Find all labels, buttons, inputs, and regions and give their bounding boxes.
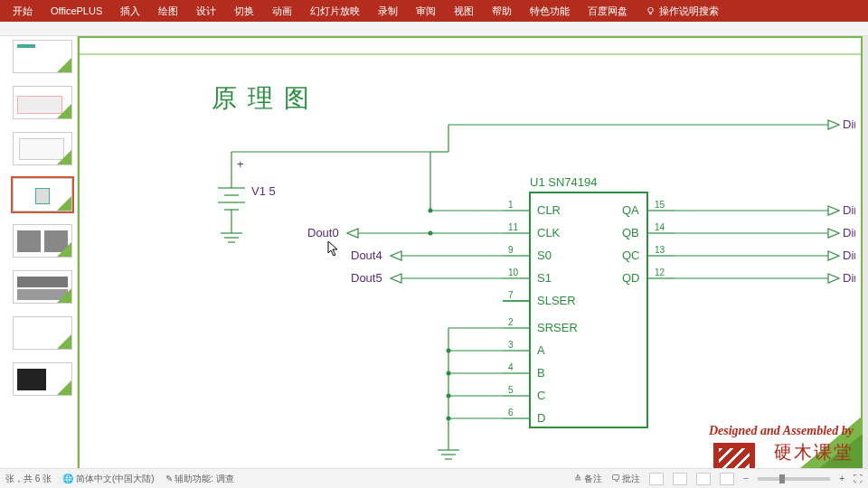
svg-point-90 [447, 417, 451, 421]
svg-text:Din6: Din6 [843, 249, 855, 262]
svg-text:Din4: Din4 [843, 203, 855, 217]
svg-text:CLR: CLR [537, 203, 561, 217]
svg-text:SLSER: SLSER [537, 294, 576, 307]
comments-button[interactable]: 🗨 批注 [611, 473, 641, 485]
svg-text:+: + [237, 157, 244, 171]
tab-design[interactable]: 设计 [187, 0, 225, 22]
svg-text:10: 10 [508, 267, 519, 277]
svg-text:Din7: Din7 [843, 271, 855, 285]
tab-start[interactable]: 开始 [4, 0, 42, 22]
svg-text:QD: QD [622, 271, 640, 285]
tab-features[interactable]: 特色功能 [521, 0, 579, 22]
thumbnail-7[interactable] [13, 316, 72, 350]
tab-help[interactable]: 帮助 [483, 0, 521, 22]
ribbon-tabs: 开始 OfficePLUS 插入 绘图 设计 切换 动画 幻灯片放映 录制 审阅… [0, 0, 868, 22]
svg-text:Din0: Din0 [843, 117, 855, 131]
thumbnail-2[interactable] [13, 86, 72, 119]
svg-text:14: 14 [655, 222, 665, 232]
voltage-source-symbol: + V1 5 [218, 157, 276, 242]
tab-view[interactable]: 视图 [445, 0, 483, 22]
svg-text:5: 5 [508, 385, 514, 395]
svg-text:C: C [537, 389, 545, 402]
zoom-out-button[interactable]: − [743, 474, 749, 483]
svg-marker-95 [828, 206, 839, 215]
thumbnail-8[interactable] [13, 362, 72, 396]
thumbnail-4[interactable] [13, 178, 72, 211]
svg-text:CLK: CLK [537, 226, 561, 239]
svg-text:SRSER: SRSER [537, 321, 578, 334]
tell-me-search[interactable]: 操作说明搜索 [646, 5, 719, 18]
brand-tagline: Designed and Assembled by [709, 424, 854, 438]
circuit-schematic: U1 SN74194 1CLR11CLK9S010S17SLSER2SRSER3… [168, 98, 855, 468]
tell-me-label: 操作说明搜索 [659, 5, 719, 18]
sorter-view-button[interactable] [673, 473, 687, 485]
tab-animation[interactable]: 动画 [263, 0, 301, 22]
svg-marker-74 [391, 251, 401, 260]
svg-text:U1 SN74194: U1 SN74194 [530, 175, 597, 189]
slide-thumbnails[interactable] [0, 36, 78, 468]
svg-marker-70 [347, 229, 358, 238]
svg-text:V1 5: V1 5 [251, 184, 276, 198]
svg-point-73 [429, 231, 433, 236]
tab-review[interactable]: 审阅 [407, 0, 445, 22]
tab-officeplus[interactable]: OfficePLUS [42, 0, 111, 22]
svg-marker-104 [828, 274, 839, 283]
normal-view-button[interactable] [649, 473, 664, 485]
svg-text:12: 12 [655, 267, 665, 277]
svg-marker-77 [391, 274, 401, 283]
svg-marker-98 [828, 229, 839, 238]
accessibility-label[interactable]: ✎ 辅助功能: 调查 [165, 473, 234, 485]
svg-text:7: 7 [508, 290, 514, 300]
thumbnail-1[interactable] [13, 40, 72, 73]
slideshow-view-button[interactable] [720, 473, 734, 485]
brand-name: 硬木课堂 [759, 440, 854, 465]
svg-text:15: 15 [655, 200, 665, 210]
svg-text:1: 1 [508, 200, 514, 210]
tab-baidu[interactable]: 百度网盘 [579, 0, 637, 22]
language-label[interactable]: 🌐 简体中文(中国大陆) [62, 473, 154, 485]
tab-slideshow[interactable]: 幻灯片放映 [301, 0, 369, 22]
tab-draw[interactable]: 绘图 [149, 0, 187, 22]
notes-button[interactable]: ≙ 备注 [574, 473, 602, 485]
slide-content[interactable]: 原理图 U1 SN74194 1CLR11CLK9S010S17SLSER2SR… [78, 36, 863, 483]
tab-record[interactable]: 录制 [369, 0, 407, 22]
lightbulb-icon [646, 6, 656, 16]
thumbnail-3[interactable] [13, 132, 72, 165]
svg-point-0 [648, 7, 654, 13]
svg-text:D: D [537, 411, 545, 425]
status-bar: 张，共 6 张 🌐 简体中文(中国大陆) ✎ 辅助功能: 调查 ≙ 备注 🗨 批… [0, 468, 868, 488]
svg-text:A: A [537, 343, 545, 357]
svg-marker-101 [828, 251, 839, 260]
svg-text:Dout4: Dout4 [351, 249, 382, 262]
zoom-in-button[interactable]: + [839, 474, 844, 483]
svg-point-89 [447, 394, 451, 399]
thumbnail-6[interactable] [13, 270, 72, 304]
zoom-slider[interactable] [758, 477, 830, 481]
svg-text:QB: QB [622, 226, 639, 239]
svg-text:13: 13 [655, 245, 665, 255]
svg-text:6: 6 [508, 408, 514, 418]
tab-transition[interactable]: 切换 [225, 0, 263, 22]
reading-view-button[interactable] [696, 473, 711, 485]
svg-text:S1: S1 [537, 271, 552, 285]
thumbnail-5[interactable] [13, 224, 72, 258]
svg-point-87 [447, 349, 451, 353]
svg-text:B: B [537, 366, 545, 380]
svg-text:Dout0: Dout0 [307, 226, 339, 239]
svg-text:QA: QA [622, 203, 639, 217]
fit-button[interactable]: ⛶ [854, 474, 863, 483]
svg-text:Dout5: Dout5 [351, 271, 382, 285]
svg-marker-68 [828, 120, 839, 129]
ribbon-toolbar [0, 22, 868, 36]
svg-text:9: 9 [508, 245, 514, 255]
svg-point-88 [447, 371, 451, 376]
slide-count-label: 张，共 6 张 [5, 473, 52, 485]
svg-text:3: 3 [508, 340, 514, 350]
svg-text:2: 2 [508, 317, 514, 327]
svg-text:QC: QC [622, 249, 640, 262]
svg-text:S0: S0 [537, 249, 552, 262]
svg-text:4: 4 [508, 362, 514, 372]
svg-text:11: 11 [508, 222, 519, 232]
svg-text:Din5: Din5 [843, 226, 855, 239]
tab-insert[interactable]: 插入 [111, 0, 149, 22]
